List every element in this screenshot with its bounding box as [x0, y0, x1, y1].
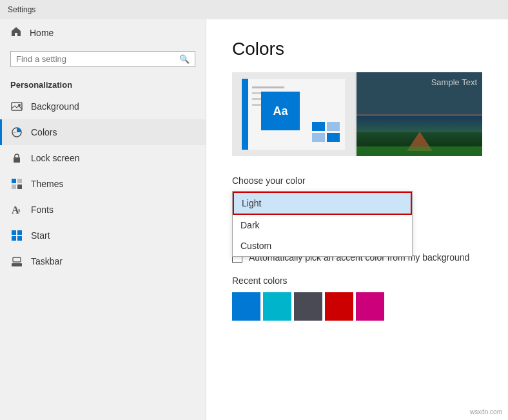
choose-color-label: Choose your color — [232, 175, 482, 186]
svg-rect-5 — [17, 179, 22, 183]
preview-tiles — [312, 122, 340, 142]
svg-rect-10 — [12, 230, 16, 235]
taskbar-icon — [10, 255, 23, 268]
search-input[interactable] — [16, 54, 179, 64]
svg-text:a: a — [17, 206, 21, 214]
dropdown-option-dark[interactable]: Dark — [233, 215, 412, 235]
sidebar-item-themes[interactable]: Themes — [0, 171, 206, 197]
svg-rect-4 — [12, 179, 16, 183]
swatch-red[interactable] — [325, 292, 353, 321]
svg-rect-14 — [12, 263, 22, 266]
svg-rect-11 — [17, 230, 22, 235]
preview-grass — [357, 146, 482, 156]
sidebar-item-start[interactable]: Start — [0, 223, 206, 248]
sidebar-taskbar-label: Taskbar — [31, 256, 63, 266]
color-swatches — [232, 292, 482, 321]
svg-rect-13 — [17, 236, 22, 241]
color-dropdown[interactable]: Light Dark Custom — [232, 191, 413, 257]
preview-right-top: Sample Text — [357, 72, 482, 114]
swatch-blue[interactable] — [232, 292, 260, 321]
preview-line — [252, 86, 284, 88]
search-icon: 🔍 — [179, 54, 190, 64]
swatch-gray[interactable] — [294, 292, 322, 321]
sidebar-themes-label: Themes — [31, 179, 64, 189]
preview-tile — [327, 122, 340, 131]
sidebar-item-fonts[interactable]: A a Fonts — [0, 197, 206, 223]
sidebar-item-taskbar[interactable]: Taskbar — [0, 248, 206, 274]
preview-aa-box: Aa — [261, 92, 300, 130]
sidebar-lock-label: Lock screen — [31, 153, 79, 163]
colors-icon — [10, 126, 23, 139]
sidebar-start-label: Start — [31, 230, 50, 241]
sidebar-item-colors[interactable]: Colors — [0, 119, 206, 145]
swatch-cyan[interactable] — [263, 292, 291, 321]
sidebar-background-label: Background — [31, 101, 79, 112]
sidebar-fonts-label: Fonts — [31, 205, 54, 215]
dropdown-option-custom[interactable]: Custom — [233, 235, 412, 256]
svg-rect-15 — [13, 257, 21, 262]
main-content: Colors — [206, 19, 508, 420]
svg-rect-7 — [17, 185, 22, 189]
home-icon — [10, 26, 22, 39]
search-box[interactable]: 🔍 — [10, 51, 195, 67]
home-label: Home — [30, 28, 54, 38]
settings-window: Settings Home 🔍 Personalization — [0, 0, 508, 420]
preview-tile — [327, 133, 340, 142]
preview-light: Aa — [232, 72, 355, 156]
preview-tile — [312, 122, 325, 131]
svg-rect-3 — [14, 157, 20, 163]
svg-rect-12 — [12, 236, 16, 241]
lock-icon — [10, 152, 23, 165]
sidebar-item-background[interactable]: Background — [0, 94, 206, 119]
start-icon — [10, 229, 23, 242]
sidebar: Home 🔍 Personalization Background — [0, 19, 206, 420]
swatch-pink[interactable] — [356, 292, 384, 321]
dropdown-option-light[interactable]: Light — [233, 192, 412, 215]
sidebar-colors-label: Colors — [31, 127, 57, 137]
recent-colors-label: Recent colors — [232, 275, 482, 286]
preview-accent-bar — [242, 79, 248, 150]
svg-rect-0 — [12, 103, 22, 110]
color-preview: Aa Sample — [232, 72, 482, 156]
svg-point-1 — [18, 104, 21, 106]
sample-text: Sample Text — [431, 77, 477, 87]
title-bar: Settings — [0, 0, 508, 19]
page-title: Colors — [232, 39, 482, 59]
preview-sky — [357, 116, 482, 132]
preview-nature — [357, 116, 482, 156]
section-title: Personalization — [0, 72, 206, 94]
svg-rect-6 — [12, 185, 16, 189]
preview-tile — [312, 133, 325, 142]
background-icon — [10, 100, 23, 113]
fonts-icon: A a — [10, 203, 23, 216]
watermark: wsxdn.com — [468, 408, 504, 416]
preview-dark: Sample Text — [357, 72, 482, 156]
sidebar-item-lock-screen[interactable]: Lock screen — [0, 145, 206, 171]
themes-icon — [10, 177, 23, 190]
content-area: Home 🔍 Personalization Background — [0, 19, 508, 420]
preview-light-inner: Aa — [242, 79, 345, 150]
sidebar-item-home[interactable]: Home — [0, 19, 206, 46]
window-title: Settings — [8, 5, 35, 14]
